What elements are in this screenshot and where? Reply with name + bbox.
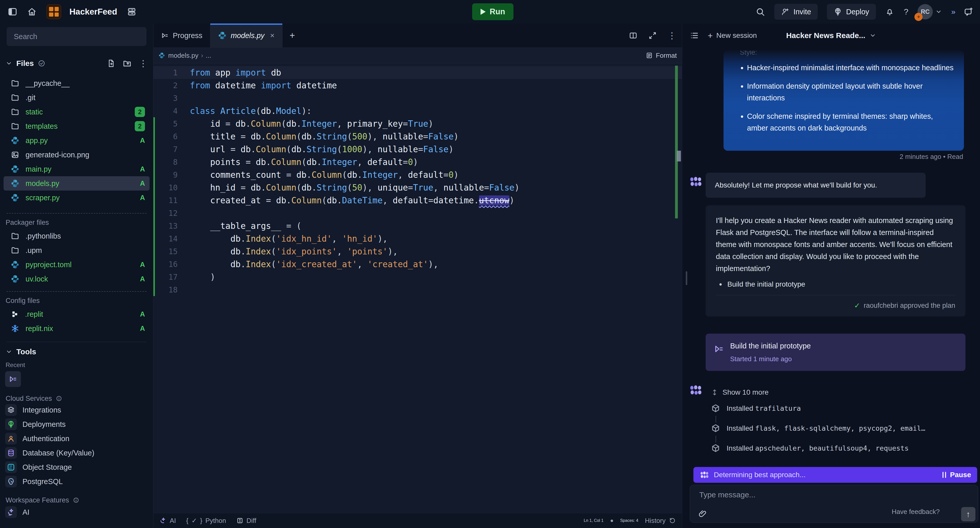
tab-models-py[interactable]: models.py × (210, 24, 283, 48)
code-line[interactable]: 9 comments_count = db.Column(db.Integer,… (153, 168, 682, 181)
file-row[interactable]: .replitA (3, 307, 150, 321)
code-line[interactable]: 12 (153, 207, 682, 219)
sidebar-item-database-key-value-[interactable]: Database (Key/Value) (0, 446, 153, 460)
code-line[interactable]: 10 hn_id = db.Column(db.String(50), uniq… (153, 181, 682, 194)
sidebar-item-ai[interactable]: AI (0, 505, 153, 519)
code-line[interactable]: 2from datetime import datetime (153, 79, 682, 92)
pause-button[interactable]: Pause (942, 471, 971, 479)
code-line[interactable]: 6 title = db.Column(db.String(500), null… (153, 130, 682, 143)
deploy-button[interactable]: Deploy (827, 4, 876, 20)
account-menu[interactable]: RC ✦ (918, 4, 942, 19)
file-name: generated-icon.png (25, 151, 89, 159)
expand-icon[interactable] (648, 31, 657, 40)
sidebar-search[interactable] (6, 27, 146, 46)
info-icon[interactable] (56, 395, 62, 402)
sidebar-item-postgresql[interactable]: PostgreSQL (0, 474, 153, 489)
file-row[interactable]: replit.nixA (3, 321, 150, 336)
new-tab-button[interactable]: + (283, 24, 302, 48)
run-button[interactable]: Run (472, 3, 514, 20)
session-title-dropdown[interactable]: Hacker News Reade... (786, 31, 876, 40)
format-button[interactable]: Format (646, 52, 677, 59)
code-line[interactable]: 18 (153, 283, 682, 296)
sidebar-item-authentication[interactable]: Authentication (0, 431, 153, 446)
project-title[interactable]: HackerFeed (69, 7, 117, 17)
sidebar-item-deployments[interactable]: Deployments (0, 417, 153, 431)
code-line[interactable]: 17 ) (153, 271, 682, 283)
file-row[interactable]: static2 (3, 105, 150, 119)
project-icon[interactable] (46, 4, 61, 19)
editor-menu-icon[interactable]: ⋮ (668, 31, 676, 40)
indentation-setting[interactable]: Spaces: 4 (620, 518, 638, 523)
new-file-icon[interactable] (107, 59, 115, 68)
home-icon[interactable] (27, 7, 37, 17)
file-row[interactable]: templates2 (3, 119, 150, 133)
file-row[interactable]: .git (3, 91, 150, 105)
file-row[interactable]: .upm (3, 243, 150, 257)
git-added-gutter (153, 117, 155, 296)
code-line[interactable]: 4class Article(db.Model): (153, 104, 682, 117)
split-editor-icon[interactable] (629, 31, 638, 40)
send-button[interactable]: ↑ (961, 507, 975, 522)
status-diff[interactable]: Diff (236, 517, 256, 525)
sidebar-toggle-icon[interactable] (8, 7, 18, 17)
agent-scrollbar-thumb[interactable] (686, 271, 687, 285)
file-row[interactable]: models.pyA (3, 176, 150, 191)
history-button[interactable]: History (645, 517, 676, 525)
files-header[interactable]: Files ⋮ (0, 56, 153, 70)
code-line[interactable]: 13 __table_args__ = ( (153, 219, 682, 232)
python-icon (159, 52, 165, 59)
file-row[interactable]: generated-icon.png (3, 148, 150, 162)
code-line[interactable]: 7 url = db.Column(db.String(1000), nulla… (153, 143, 682, 156)
collapse-panel-icon[interactable]: » (951, 7, 955, 16)
file-row[interactable]: main.pyA (3, 162, 150, 176)
file-row[interactable]: pyproject.tomlA (3, 257, 150, 272)
code-editor[interactable]: 1from app import db2from datetime import… (153, 63, 682, 511)
file-row[interactable]: app.pyA (3, 133, 150, 148)
code-line[interactable]: 8 points = db.Column(db.Integer, default… (153, 156, 682, 168)
code-line[interactable]: 16 db.Index('idx_created_at', 'created_a… (153, 258, 682, 271)
status-language[interactable]: {✓} Python (186, 517, 226, 525)
help-icon[interactable]: ? (904, 7, 908, 17)
code-line[interactable]: 14 db.Index('idx_hn_id', 'hn_id'), (153, 232, 682, 245)
message-meta[interactable]: 2 minutes ago • Read (900, 153, 963, 161)
code-line[interactable]: 15 db.Index('idx_points', 'points'), (153, 245, 682, 258)
new-folder-icon[interactable] (123, 59, 132, 68)
notifications-bell-icon[interactable] (885, 7, 895, 17)
new-chat-icon[interactable] (964, 7, 974, 17)
invite-button[interactable]: Invite (774, 4, 818, 20)
new-session-button[interactable]: + New session (708, 31, 757, 41)
sidebar-item-object-storage[interactable]: 1001Object Storage (0, 460, 153, 474)
file-row[interactable]: scraper.pyA (3, 191, 150, 205)
attach-file-icon[interactable] (698, 509, 708, 518)
file-row[interactable]: .pythonlibs (3, 229, 150, 243)
tools-label: Tools (16, 348, 36, 356)
close-tab-icon[interactable]: × (270, 31, 275, 40)
editor-scrollbar-thumb[interactable] (677, 151, 681, 161)
tab-progress[interactable]: Progress (153, 24, 210, 48)
session-list-icon[interactable] (690, 31, 699, 40)
repl-resources-icon[interactable] (127, 7, 137, 17)
code-line[interactable]: 5 id = db.Column(db.Integer, primary_key… (153, 117, 682, 130)
sidebar-item-integrations[interactable]: Integrations (0, 403, 153, 417)
file-row[interactable]: __pycache__ (3, 76, 150, 91)
file-row[interactable]: uv.lockA (3, 272, 150, 286)
search-icon[interactable] (756, 7, 765, 17)
feedback-link[interactable]: Have feedback? (892, 508, 940, 516)
tools-header[interactable]: Tools (0, 346, 153, 358)
breadcrumb-more[interactable]: ... (206, 52, 211, 59)
storage-icon: 1001 (5, 461, 17, 473)
search-input[interactable] (13, 32, 137, 41)
message-input[interactable] (699, 490, 894, 499)
code-line[interactable]: 11 created_at = db.Column(db.DateTime, d… (153, 194, 682, 207)
breadcrumb-file[interactable]: models.py (168, 52, 199, 59)
code-line[interactable]: 3 (153, 92, 682, 104)
recent-console-tool[interactable] (5, 371, 21, 387)
status-ai[interactable]: AI (159, 517, 176, 525)
info-icon[interactable] (73, 497, 80, 504)
files-label: Files (16, 59, 34, 68)
files-menu-icon[interactable]: ⋮ (139, 59, 148, 68)
code-line[interactable]: 1from app import db (153, 66, 682, 79)
show-more-button[interactable]: Show 10 more (711, 388, 769, 396)
task-card[interactable]: Build the initial prototype Started 1 mi… (706, 333, 966, 371)
cursor-position[interactable]: Ln 1, Col 1 (584, 518, 603, 523)
